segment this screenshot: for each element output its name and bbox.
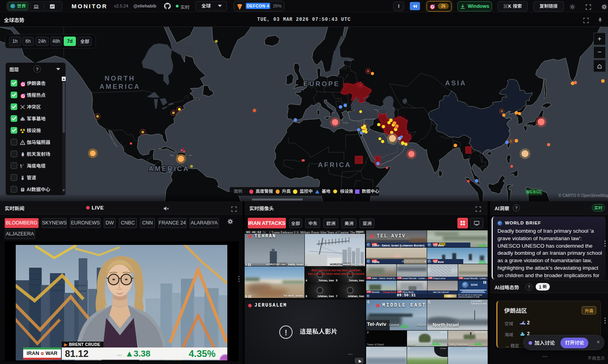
svg-text:AMERICA: AMERICA <box>149 165 190 173</box>
svg-text:NORTH: NORTH <box>105 75 135 82</box>
svg-text:ASIA: ASIA <box>445 79 467 87</box>
svg-text:AMERICA: AMERICA <box>99 83 140 90</box>
svg-text:AFRICA: AFRICA <box>318 161 351 169</box>
svg-text:EUROPE: EUROPE <box>304 80 340 88</box>
